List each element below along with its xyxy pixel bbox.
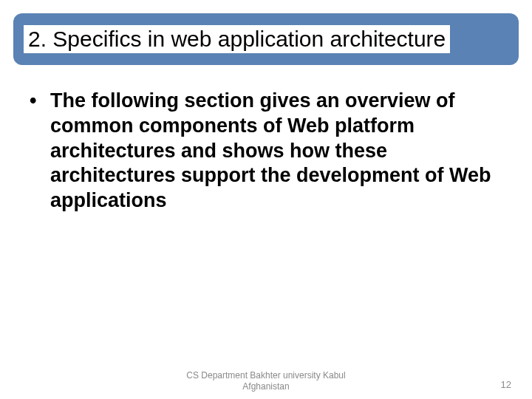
title-bar: 2. Specifics in web application architec… [13,13,519,65]
content-area: • The following section gives an overvie… [30,89,502,214]
bullet-item: • The following section gives an overvie… [30,89,502,214]
footer-text: CS Department Bakhter university Kabul A… [186,370,345,392]
footer-line-2: Afghanistan [186,381,345,392]
footer-line-1: CS Department Bakhter university Kabul [186,370,345,381]
footer: CS Department Bakhter university Kabul A… [0,370,532,392]
slide-title: 2. Specifics in web application architec… [24,25,450,53]
bullet-text: The following section gives an overview … [50,89,502,214]
bullet-marker: • [30,89,50,114]
page-number: 12 [501,379,511,390]
